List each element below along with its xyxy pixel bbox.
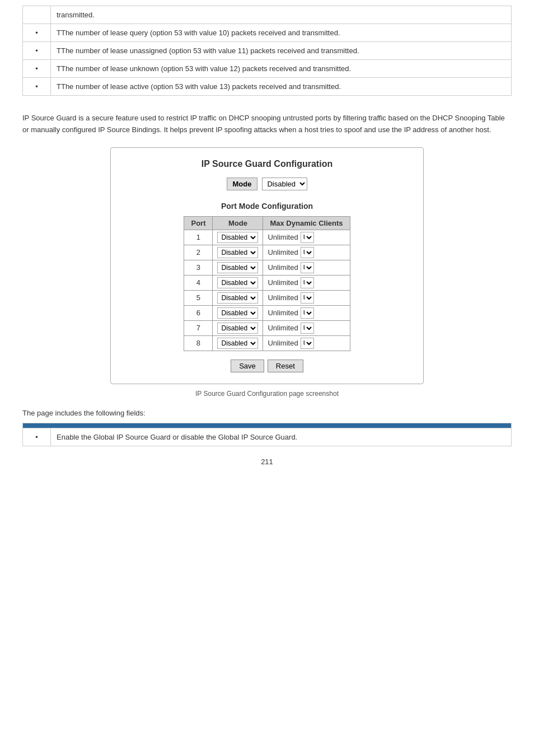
reset-button[interactable]: Reset (268, 360, 303, 372)
unlimited-select[interactable]: Unlimited1 (301, 292, 314, 304)
page-number: 211 (22, 458, 512, 466)
port-mode-select[interactable]: DisabledEnabled (217, 262, 258, 273)
unlimited-text: Unlimited (268, 263, 298, 272)
text-cell: TThe number of lease unknown (option 53 … (51, 60, 512, 78)
unlimited-select[interactable]: Unlimited1 (301, 247, 314, 258)
bottom-table: •Enable the Global IP Source Guard or di… (22, 423, 512, 446)
port-number-cell: 6 (184, 305, 213, 320)
mode-button[interactable]: Mode (227, 178, 258, 190)
text-cell: TThe number of lease query (option 53 wi… (51, 24, 512, 42)
port-unlimited-cell: UnlimitedUnlimited1 (263, 305, 350, 320)
port-unlimited-cell: UnlimitedUnlimited1 (263, 275, 350, 290)
unlimited-select[interactable]: Unlimited1 (301, 232, 314, 243)
bullet-cell: • (23, 60, 51, 78)
config-title: IP Source Guard Configuration (122, 159, 412, 169)
bullet-cell: • (23, 24, 51, 42)
save-button[interactable]: Save (231, 360, 264, 372)
port-mode-cell[interactable]: DisabledEnabled (213, 290, 263, 305)
port-unlimited-cell: UnlimitedUnlimited1 (263, 335, 350, 351)
port-unlimited-cell: UnlimitedUnlimited1 (263, 245, 350, 260)
bullet-cell: • (23, 78, 51, 96)
text-cell: TThe number of lease active (option 53 w… (51, 78, 512, 96)
port-mode-select[interactable]: DisabledEnabled (217, 247, 258, 258)
port-mode-select[interactable]: DisabledEnabled (217, 307, 258, 319)
bullet-cell (23, 6, 51, 24)
port-mode-cell[interactable]: DisabledEnabled (213, 245, 263, 260)
port-mode-cell[interactable]: DisabledEnabled (213, 275, 263, 290)
port-mode-select[interactable]: DisabledEnabled (217, 338, 258, 349)
port-mode-title: Port Mode Configuration (122, 202, 412, 211)
unlimited-text: Unlimited (268, 293, 298, 302)
port-number-cell: 3 (184, 260, 213, 275)
port-number-cell: 2 (184, 245, 213, 260)
port-number-cell: 5 (184, 290, 213, 305)
port-unlimited-cell: UnlimitedUnlimited1 (263, 260, 350, 275)
port-mode-select[interactable]: DisabledEnabled (217, 277, 258, 288)
text-cell: TThe number of lease unassigned (option … (51, 42, 512, 60)
port-mode-cell[interactable]: DisabledEnabled (213, 305, 263, 320)
port-mode-cell[interactable]: DisabledEnabled (213, 320, 263, 335)
bullet-cell: • (23, 42, 51, 60)
port-unlimited-cell: UnlimitedUnlimited1 (263, 230, 350, 245)
unlimited-text: Unlimited (268, 339, 298, 347)
text-cell: transmitted. (51, 6, 512, 24)
port-mode-select[interactable]: DisabledEnabled (217, 292, 258, 304)
port-unlimited-cell: UnlimitedUnlimited1 (263, 320, 350, 335)
bottom-bullet-cell: • (23, 428, 51, 446)
caption-text: IP Source Guard Configuration page scree… (22, 390, 512, 398)
port-mode-cell[interactable]: DisabledEnabled (213, 260, 263, 275)
unlimited-text: Unlimited (268, 324, 298, 332)
unlimited-select[interactable]: Unlimited1 (301, 277, 314, 288)
port-table-header-cell: Mode (213, 216, 263, 230)
port-number-cell: 4 (184, 275, 213, 290)
unlimited-text: Unlimited (268, 248, 298, 256)
buttons-row: Save Reset (122, 360, 412, 372)
unlimited-select[interactable]: Unlimited1 (301, 262, 314, 273)
bottom-section-label: The page includes the following fields: (22, 409, 512, 417)
config-box: IP Source Guard Configuration Mode Disab… (110, 147, 424, 384)
description-paragraph: IP Source Guard is a secure feature used… (22, 113, 512, 136)
port-number-cell: 8 (184, 335, 213, 351)
unlimited-text: Unlimited (268, 233, 298, 241)
bottom-text-cell: Enable the Global IP Source Guard or dis… (51, 428, 512, 446)
port-table: PortModeMax Dynamic Clients 1DisabledEna… (184, 216, 350, 351)
unlimited-text: Unlimited (268, 278, 298, 287)
unlimited-select[interactable]: Unlimited1 (301, 307, 314, 319)
port-mode-select[interactable]: DisabledEnabled (217, 323, 258, 334)
port-table-header-cell: Port (184, 216, 213, 230)
mode-row: Mode DisabledEnabled (122, 178, 412, 190)
port-number-cell: 7 (184, 320, 213, 335)
unlimited-select[interactable]: Unlimited1 (301, 323, 314, 334)
top-table: transmitted.•TThe number of lease query … (22, 6, 512, 96)
port-number-cell: 1 (184, 230, 213, 245)
unlimited-select[interactable]: Unlimited1 (301, 338, 314, 349)
mode-select[interactable]: DisabledEnabled (262, 178, 307, 190)
port-mode-select[interactable]: DisabledEnabled (217, 232, 258, 243)
port-table-header-cell: Max Dynamic Clients (263, 216, 350, 230)
port-mode-cell[interactable]: DisabledEnabled (213, 335, 263, 351)
unlimited-text: Unlimited (268, 309, 298, 317)
port-mode-cell[interactable]: DisabledEnabled (213, 230, 263, 245)
port-unlimited-cell: UnlimitedUnlimited1 (263, 290, 350, 305)
